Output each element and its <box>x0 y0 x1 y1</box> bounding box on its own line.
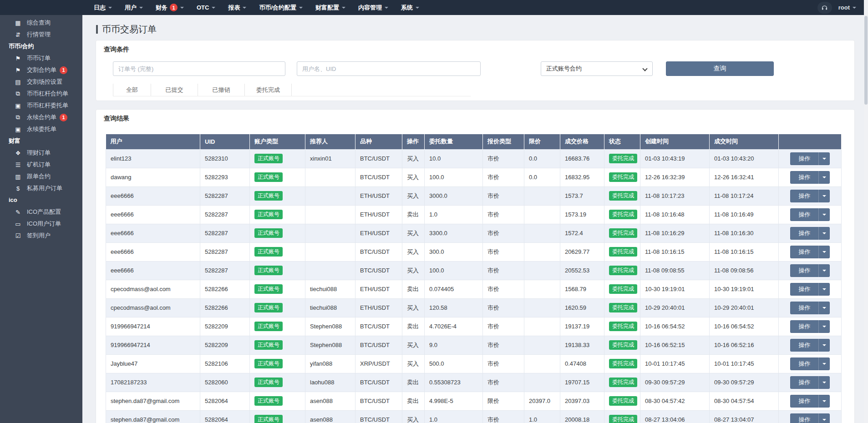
nav-menu-item[interactable]: 财富配置 <box>309 0 352 15</box>
sidebar-item[interactable]: ▥ 跟单合约 <box>0 171 82 182</box>
cell-account-type: 正式账号 <box>250 242 305 261</box>
order-number-input[interactable] <box>113 61 285 76</box>
row-action-dropdown-toggle[interactable] <box>818 395 830 408</box>
row-action-split-button: 操作 <box>790 358 830 370</box>
cell-limit-price <box>524 205 560 224</box>
scrollbar-thumb[interactable] <box>864 16 868 105</box>
chevron-down-icon <box>822 419 826 421</box>
status-tab[interactable]: 委托完成 <box>245 84 292 96</box>
sidebar-item[interactable]: $ 私募用户订单 <box>0 182 82 194</box>
row-action-button[interactable]: 操作 <box>790 302 818 314</box>
table-header-row: 用户UID账户类型推荐人品种操作委托数量报价类型限价成交价格状态创建时间成交时间 <box>106 134 842 149</box>
cell-referrer: laohu088 <box>305 373 355 392</box>
account-type-badge: 正式账号 <box>254 210 283 219</box>
account-type-select[interactable]: 正式账号合约 <box>541 61 653 76</box>
cell-actions: 操作 <box>779 149 842 168</box>
row-action-button[interactable]: 操作 <box>790 413 818 423</box>
row-action-dropdown-toggle[interactable] <box>818 376 830 389</box>
column-header: 成交价格 <box>560 134 604 149</box>
row-action-dropdown-toggle[interactable] <box>818 339 830 352</box>
nav-menu-item[interactable]: 系统 <box>395 0 426 15</box>
row-action-dropdown-toggle[interactable] <box>818 358 830 370</box>
copy-icon: ⧉ <box>14 90 22 97</box>
row-action-button[interactable]: 操作 <box>790 376 818 389</box>
status-badge: 委托完成 <box>609 322 637 331</box>
row-action-button[interactable]: 操作 <box>790 395 818 408</box>
row-action-button[interactable]: 操作 <box>790 208 818 221</box>
row-action-dropdown-toggle[interactable] <box>818 302 830 314</box>
nav-menu-item[interactable]: 内容管理 <box>352 0 395 15</box>
vertical-scrollbar[interactable] <box>864 0 868 423</box>
row-action-button[interactable]: 操作 <box>790 339 818 352</box>
sidebar-item[interactable]: ⧉ 永续合约单 1 <box>0 111 82 123</box>
cell-limit-price <box>524 224 560 242</box>
sidebar-item[interactable]: ✎ ICO产品配置 <box>0 206 82 218</box>
row-action-dropdown-toggle[interactable] <box>818 190 830 202</box>
nav-menu-item[interactable]: 报表 <box>222 0 253 15</box>
cell-actions: 操作 <box>779 186 842 205</box>
cell-referrer <box>305 224 355 242</box>
nav-menu-item[interactable]: 日志 <box>87 0 118 15</box>
nav-menu-item[interactable]: 用户 <box>118 0 149 15</box>
row-action-button[interactable]: 操作 <box>790 320 818 333</box>
sidebar-item[interactable]: ▭ ICO用户订单 <box>0 218 82 230</box>
sidebar-item[interactable]: ☑ 签到用户 <box>0 230 82 242</box>
cell-side: 卖出 <box>402 205 425 224</box>
query-results-panel: 查询结果 用户UID账户类型推荐人品种操作委托数量报价类型限价成交价格状态创建时… <box>96 109 855 423</box>
row-action-button[interactable]: 操作 <box>790 227 818 240</box>
user-dropdown[interactable]: root <box>838 4 856 11</box>
sidebar-item-label: 永续委托单 <box>27 125 56 133</box>
sidebar-item[interactable]: ❖ 理财订单 <box>0 147 82 159</box>
row-action-dropdown-toggle[interactable] <box>818 320 830 333</box>
sidebar-item[interactable]: ⚑ 交割合约单 1 <box>0 64 82 76</box>
row-action-button[interactable]: 操作 <box>790 171 818 184</box>
row-action-button[interactable]: 操作 <box>790 246 818 258</box>
row-action-dropdown-toggle[interactable] <box>818 171 830 184</box>
row-action-dropdown-toggle[interactable] <box>818 246 830 258</box>
cell-actions: 操作 <box>779 242 842 261</box>
status-tab[interactable]: 已提交 <box>151 84 198 96</box>
row-action-button[interactable]: 操作 <box>790 152 818 165</box>
cell-status: 委托完成 <box>604 392 640 410</box>
account-type-badge: 正式账号 <box>254 172 283 181</box>
sidebar-item[interactable]: ▤ 交割场控设置 <box>0 76 82 88</box>
sidebar-item[interactable]: ▣ 永续委托单 <box>0 123 82 135</box>
cell-pair: ETH/USDT <box>355 205 402 224</box>
user-search-input[interactable] <box>297 61 481 76</box>
sidebar-item[interactable]: ☰ 矿机订单 <box>0 159 82 171</box>
row-action-dropdown-toggle[interactable] <box>818 152 830 165</box>
row-action-button[interactable]: 操作 <box>790 358 818 370</box>
support-headset-button[interactable] <box>817 2 832 14</box>
nav-menu-item[interactable]: OTC <box>190 0 222 15</box>
row-action-dropdown-toggle[interactable] <box>818 413 830 423</box>
nav-menu-item[interactable]: 币币/合约配置 <box>253 0 309 15</box>
sidebar-item[interactable]: ⧉ 币币杠杆合约单 <box>0 88 82 100</box>
sidebar-item[interactable]: ▦ 综合查询 <box>0 17 82 29</box>
cell-uid: 5282287 <box>200 205 250 224</box>
status-badge: 委托完成 <box>609 210 637 219</box>
row-action-button[interactable]: 操作 <box>790 264 818 277</box>
sidebar-item[interactable]: ⚑ 币币订单 <box>0 52 82 64</box>
status-tab[interactable]: 全部 <box>113 84 151 96</box>
sidebar-item-label: 矿机订单 <box>27 161 51 169</box>
cell-user: cpecodmass@aol.com <box>106 280 200 298</box>
row-action-dropdown-toggle[interactable] <box>818 227 830 240</box>
cell-pair: BTC/USDT <box>355 373 402 392</box>
cell-account-type: 正式账号 <box>250 149 305 168</box>
row-action-dropdown-toggle[interactable] <box>818 208 830 221</box>
row-action-split-button: 操作 <box>790 264 830 277</box>
nav-menu-item[interactable]: 财务 1 <box>149 0 190 15</box>
cell-account-type: 正式账号 <box>250 392 305 410</box>
cell-status: 委托完成 <box>604 224 640 242</box>
sidebar-item[interactable]: ▣ 币币杠杆委托单 <box>0 100 82 111</box>
sidebar-item[interactable]: ⇵ 行情管理 <box>0 29 82 40</box>
admin-app: 日志 用户 财务 1 OTC 报表 币币/合约配置 财富配置 内容管理 <box>0 0 868 423</box>
file-gear-icon: ▤ <box>14 79 22 86</box>
row-action-button[interactable]: 操作 <box>790 190 818 202</box>
row-action-dropdown-toggle[interactable] <box>818 283 830 296</box>
row-action-button[interactable]: 操作 <box>790 283 818 296</box>
search-button[interactable]: 查询 <box>666 61 774 76</box>
status-tab[interactable]: 已撤销 <box>198 84 245 96</box>
row-action-dropdown-toggle[interactable] <box>818 264 830 277</box>
status-badge: 委托完成 <box>609 340 637 349</box>
